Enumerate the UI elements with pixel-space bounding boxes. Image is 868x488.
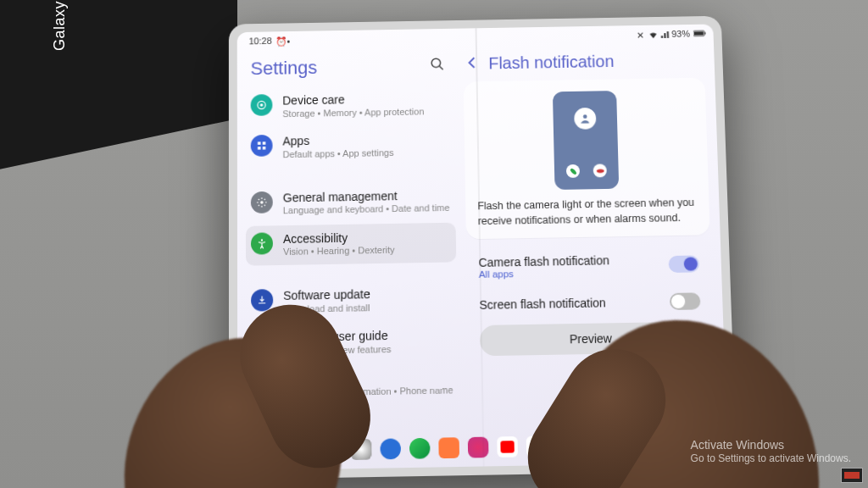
notification-dot-icon: • xyxy=(287,36,295,45)
windows-activation-watermark: Activate Windows Go to Settings to activ… xyxy=(691,437,851,466)
svg-rect-10 xyxy=(263,147,265,149)
svg-rect-7 xyxy=(258,142,260,145)
product-box-label: Galaxy Z Fold6 xyxy=(51,0,69,51)
svg-point-12 xyxy=(261,239,263,241)
settings-item-device-care[interactable]: Device care Storage • Memory • App prote… xyxy=(246,85,454,127)
row-title: Screen flash notification xyxy=(479,296,606,312)
detail-title: Flash notification xyxy=(488,52,615,73)
svg-rect-9 xyxy=(258,147,260,149)
settings-item-general-management[interactable]: General management Language and keyboard… xyxy=(246,181,456,225)
accessibility-icon xyxy=(251,232,273,254)
svg-point-11 xyxy=(260,201,263,204)
item-sub: Default apps • App settings xyxy=(283,147,394,161)
svg-point-3 xyxy=(431,58,441,67)
svg-rect-8 xyxy=(263,142,265,145)
taskbar-instagram-icon[interactable] xyxy=(467,437,488,458)
status-time: 10:28 xyxy=(249,36,272,46)
apps-icon xyxy=(251,135,273,157)
caller-avatar-icon xyxy=(574,108,596,130)
camera-flash-apps-link[interactable]: All apps xyxy=(479,267,610,280)
camera-flash-row[interactable]: Camera flash notification All apps xyxy=(466,243,711,288)
back-icon[interactable] xyxy=(465,55,480,74)
decline-call-icon xyxy=(593,164,607,177)
phone-illustration xyxy=(476,89,697,191)
item-sub: Storage • Memory • App protection xyxy=(282,106,424,119)
wifi-icon xyxy=(648,30,657,38)
taskbar-internet-icon[interactable] xyxy=(380,438,401,459)
signal-icon xyxy=(659,30,668,38)
battery-icon xyxy=(693,30,702,38)
camera-flash-toggle[interactable] xyxy=(668,255,699,273)
svg-point-17 xyxy=(583,114,587,119)
svg-line-4 xyxy=(439,66,443,69)
settings-item-accessibility[interactable]: Accessibility Vision • Hearing • Dexteri… xyxy=(246,222,457,265)
flash-description: Flash the camera light or the screen whe… xyxy=(477,196,698,229)
taskbar-youtube-icon[interactable] xyxy=(497,436,518,458)
taskbar-notes-icon[interactable] xyxy=(438,437,459,458)
settings-title: Settings xyxy=(251,57,318,80)
battery-percent: 93% xyxy=(671,29,690,39)
watermark-line2: Go to Settings to activate Windows. xyxy=(691,452,851,466)
settings-item-apps[interactable]: Apps Default apps • App settings xyxy=(246,125,455,169)
software-update-icon xyxy=(251,289,273,312)
alarm-icon: ⏰ xyxy=(275,36,284,45)
watermark-line1: Activate Windows xyxy=(691,437,851,452)
svg-rect-1 xyxy=(694,31,704,36)
item-sub: Language and keyboard • Date and time xyxy=(283,202,450,217)
location-off-icon: ✕ xyxy=(637,30,645,39)
svg-rect-2 xyxy=(704,32,705,35)
recorder-badge-icon xyxy=(841,468,863,483)
general-management-icon xyxy=(251,191,273,213)
search-icon[interactable] xyxy=(430,57,445,75)
screen-flash-row[interactable]: Screen flash notification xyxy=(467,284,713,322)
screen-flash-toggle[interactable] xyxy=(670,292,701,310)
item-sub: Vision • Hearing • Dexterity xyxy=(283,245,395,258)
taskbar-phone-icon[interactable] xyxy=(409,438,430,459)
flash-illustration-card: Flash the camera light or the screen whe… xyxy=(464,78,710,240)
answer-call-icon xyxy=(566,164,580,178)
svg-point-6 xyxy=(260,103,263,106)
device-care-icon xyxy=(251,94,273,116)
item-title: Software update xyxy=(283,287,370,303)
